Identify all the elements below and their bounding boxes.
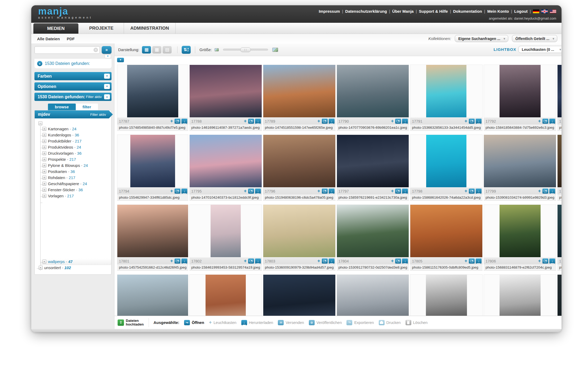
tree-item-label[interactable]: wallperps bbox=[48, 259, 65, 264]
media-item[interactable]: 17801 + ↓ photo-1457542591662-d12c46d26f… bbox=[117, 204, 188, 271]
tree-item-count[interactable]: 217 bbox=[69, 157, 76, 162]
tree-item-label[interactable]: Rohdaten bbox=[48, 175, 65, 180]
thumbnail[interactable] bbox=[484, 135, 556, 187]
media-item[interactable]: 17800 + ↓ photo-1441742917377-57f78ee0e5… bbox=[557, 135, 562, 201]
media-item[interactable]: 17806 + ↓ photo-1568831146879-e2f62cf720… bbox=[484, 204, 556, 271]
add-to-lightbox-icon[interactable]: + bbox=[465, 118, 467, 124]
add-to-lightbox-icon[interactable]: + bbox=[170, 188, 173, 194]
add-to-lightbox-icon[interactable]: + bbox=[391, 258, 394, 264]
size-slider-handle[interactable] bbox=[240, 47, 251, 52]
thumbnail[interactable] bbox=[337, 65, 409, 117]
tree-root-banner[interactable]: mjdev Filter aktiv bbox=[35, 110, 113, 118]
german-flag-icon[interactable] bbox=[533, 10, 539, 13]
panel-farben[interactable]: Farben ▼ bbox=[34, 72, 112, 80]
search-input[interactable]: ✕ bbox=[34, 46, 100, 54]
download-icon[interactable]: ↓ bbox=[402, 259, 408, 264]
media-item[interactable]: 17793 + ↓ photo-1586553720331-2f15f358b2… bbox=[557, 65, 562, 131]
download-icon[interactable]: ↓ bbox=[329, 119, 335, 124]
download-icon[interactable]: ↓ bbox=[181, 189, 187, 194]
thumbnail[interactable] bbox=[263, 65, 335, 117]
media-item[interactable]: + ↓ bbox=[263, 274, 336, 316]
expand-node-icon[interactable]: + bbox=[42, 145, 46, 149]
menu-datenschutz[interactable]: Datenschutzerklärung bbox=[345, 9, 387, 14]
tree-item-count[interactable]: 217 bbox=[69, 175, 75, 180]
thumbnail[interactable] bbox=[500, 275, 541, 316]
leuchtkasten-select[interactable]: Leuchtkasten (0 ...▼ bbox=[518, 46, 562, 53]
tree-item-count[interactable]: 217 bbox=[75, 139, 82, 143]
preview-icon[interactable] bbox=[322, 119, 328, 124]
tree-item-count[interactable]: 36 bbox=[70, 169, 75, 174]
expand-node-icon[interactable]: + bbox=[42, 157, 46, 161]
media-item[interactable]: + ↓ bbox=[484, 274, 556, 316]
tree-item-label[interactable]: Fenster-Sticker bbox=[48, 188, 75, 192]
preview-icon[interactable] bbox=[322, 259, 328, 264]
results-summary[interactable]: ▲ 1530 Dateien gefunden: bbox=[34, 59, 112, 68]
thumbnail[interactable] bbox=[558, 275, 562, 316]
media-item[interactable]: + ↓ bbox=[410, 274, 483, 316]
tree-item-count[interactable]: 24 bbox=[83, 181, 87, 186]
leuchtkasten-button[interactable]: +Leuchtkasten bbox=[209, 320, 237, 325]
collapse-tree-icon[interactable]: − bbox=[38, 121, 42, 125]
menu-support[interactable]: Support & Hilfe bbox=[419, 9, 448, 14]
download-icon[interactable]: ↓ bbox=[255, 119, 261, 124]
chevron-down-icon[interactable]: ▼ bbox=[104, 74, 110, 79]
tree-item-count[interactable]: 47 bbox=[68, 259, 73, 264]
preview-icon[interactable] bbox=[395, 119, 401, 124]
export-button[interactable]: ↷Exportieren bbox=[346, 320, 374, 325]
clear-search-icon[interactable]: ✕ bbox=[93, 48, 98, 52]
panel-results[interactable]: 1530 Dateien gefunden: Filter aktiv ▲ bbox=[34, 93, 112, 101]
expand-node-icon[interactable]: + bbox=[42, 151, 46, 155]
media-item[interactable]: 17803 + ↓ photo-1536009190979-329b94ad4d… bbox=[263, 204, 336, 271]
expand-node-icon[interactable]: + bbox=[42, 182, 46, 186]
media-item[interactable]: 17791 + ↓ photo-1536632856133-3a3441454d… bbox=[410, 65, 483, 131]
tree-item-count[interactable]: 24 bbox=[77, 145, 81, 149]
media-item[interactable]: 17795 + ↓ photo-1470104240373-bc1812eddc… bbox=[189, 135, 262, 201]
download-icon[interactable]: ↓ bbox=[549, 119, 555, 124]
oeffentlich-geteilt-select[interactable]: Öffentlich Geteilt ...▼ bbox=[512, 35, 557, 42]
print-button[interactable]: Drucken bbox=[379, 320, 401, 325]
download-icon[interactable]: ↓ bbox=[476, 119, 482, 124]
menu-impressum[interactable]: Impressum bbox=[319, 9, 340, 14]
preview-icon[interactable] bbox=[175, 259, 180, 264]
large-thumbnail-icon[interactable] bbox=[272, 48, 278, 52]
view-grid-button[interactable]: ▦ bbox=[142, 46, 151, 54]
tree-item-label[interactable]: Prospekte bbox=[48, 157, 66, 162]
preview-icon[interactable] bbox=[322, 189, 328, 194]
tab-medien[interactable]: MEDIEN bbox=[33, 23, 78, 34]
thumbnail[interactable] bbox=[206, 275, 246, 316]
expand-node-icon[interactable]: + bbox=[42, 194, 46, 198]
tree-item-count[interactable]: 102 bbox=[64, 265, 71, 270]
thumbnail[interactable] bbox=[558, 65, 562, 117]
media-item[interactable]: 17798 + ↓ photo-1586861642026-74a6da22a3… bbox=[410, 135, 483, 201]
download-icon[interactable]: ↓ bbox=[329, 189, 335, 194]
thumbnail[interactable] bbox=[500, 205, 541, 257]
delete-button[interactable]: Löschen bbox=[406, 320, 428, 325]
subnav-alle-dateien[interactable]: Alle Dateien bbox=[37, 37, 60, 41]
download-icon[interactable]: ↓ bbox=[476, 259, 482, 264]
add-to-lightbox-icon[interactable]: + bbox=[244, 258, 247, 264]
upload-button[interactable]: ⇧ Dateienhochladen bbox=[118, 319, 144, 326]
download-icon[interactable]: ↓ bbox=[255, 259, 261, 264]
thumbnail[interactable] bbox=[130, 135, 175, 187]
send-button[interactable]: ✉Versenden bbox=[278, 320, 304, 325]
preview-icon[interactable] bbox=[175, 189, 180, 194]
add-to-lightbox-icon[interactable]: + bbox=[538, 118, 541, 124]
tree-item-count[interactable]: 36 bbox=[77, 151, 82, 155]
tree-item-label[interactable]: unsortiert bbox=[44, 265, 61, 270]
tree-item-label[interactable]: Produktbilder bbox=[48, 139, 71, 143]
thumbnail[interactable] bbox=[117, 275, 188, 316]
thumbnail[interactable] bbox=[410, 205, 482, 257]
preview-icon[interactable] bbox=[542, 119, 548, 124]
thumbnail[interactable] bbox=[263, 275, 335, 316]
add-to-lightbox-icon[interactable]: + bbox=[465, 188, 467, 194]
view-grid-detail-button[interactable]: ▦ bbox=[152, 46, 161, 54]
add-to-lightbox-icon[interactable]: + bbox=[244, 118, 247, 124]
download-icon[interactable]: ↓ bbox=[549, 259, 555, 264]
us-flag-icon[interactable] bbox=[550, 10, 556, 13]
add-to-lightbox-icon[interactable]: + bbox=[170, 258, 173, 264]
view-list-button[interactable]: ▤ bbox=[163, 46, 172, 54]
tree-item-label[interactable]: Kartonagen bbox=[48, 127, 69, 131]
size-slider[interactable] bbox=[223, 49, 268, 51]
grid-options-toggle[interactable]: ▼ bbox=[117, 58, 124, 62]
download-icon[interactable]: ↓ bbox=[402, 119, 408, 124]
